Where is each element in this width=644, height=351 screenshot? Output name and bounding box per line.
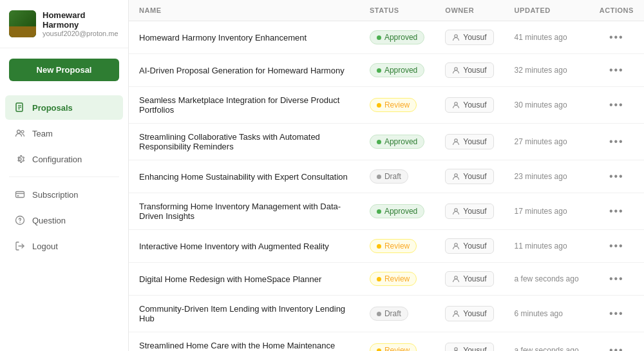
proposal-name-cell: Community-Driven Item Lending with Inven… xyxy=(129,296,359,332)
actions-cell: ••• xyxy=(589,124,644,160)
user-icon xyxy=(452,310,460,318)
status-cell: Approved xyxy=(359,124,435,160)
status-dot-icon xyxy=(377,348,381,352)
proposal-name: Seamless Marketplace Integration for Div… xyxy=(139,95,339,115)
status-cell: Draft xyxy=(359,160,435,193)
user-icon xyxy=(452,138,460,146)
status-badge: Review xyxy=(370,239,417,253)
avatar xyxy=(9,10,36,37)
actions-cell: ••• xyxy=(589,87,644,124)
status-badge: Approved xyxy=(370,204,424,218)
updated-cell: 23 minutes ago xyxy=(504,160,589,193)
status-cell: Approved xyxy=(359,193,435,230)
svg-point-20 xyxy=(455,311,457,314)
proposal-name-cell: Digital Home Redesign with HomeSpace Pla… xyxy=(129,263,359,296)
sidebar-item-subscription[interactable]: Subscription xyxy=(5,182,123,207)
more-actions-button[interactable]: ••• xyxy=(605,204,628,218)
sidebar-item-logout[interactable]: Logout xyxy=(5,234,123,258)
sidebar-item-proposals[interactable]: Proposals xyxy=(5,95,123,120)
status-cell: Review xyxy=(359,87,435,124)
sidebar-item-proposals-label: Proposals xyxy=(32,103,73,113)
svg-point-21 xyxy=(455,348,457,350)
sidebar-item-logout-label: Logout xyxy=(32,242,58,251)
user-icon xyxy=(452,242,460,250)
sidebar: Homeward Harmony yousuf2020@proton.me Ne… xyxy=(0,0,129,351)
proposals-table-container: NAME STATUS OWNER UPDATED ACTIONS Homewa… xyxy=(129,0,644,351)
status-cell: Review xyxy=(359,263,435,296)
proposal-name: Streamlining Collaborative Tasks with Au… xyxy=(139,132,320,151)
more-actions-button[interactable]: ••• xyxy=(605,307,628,321)
question-icon xyxy=(14,214,26,226)
proposal-name-cell: Transforming Home Inventory Management w… xyxy=(129,193,359,230)
updated-cell: 30 minutes ago xyxy=(504,87,589,124)
owner-cell: Yousuf xyxy=(435,230,504,263)
proposal-name: Homeward Harmony Inventory Enhancement xyxy=(139,33,307,43)
status-badge: Draft xyxy=(370,307,408,321)
sidebar-item-question[interactable]: Question xyxy=(5,208,123,232)
svg-point-14 xyxy=(455,102,457,105)
sidebar-nav: Proposals Team Configuration xyxy=(0,91,128,351)
updated-cell: 17 minutes ago xyxy=(504,193,589,230)
proposal-name: Transforming Home Inventory Management w… xyxy=(139,202,341,221)
more-actions-button[interactable]: ••• xyxy=(605,239,628,253)
table-row: Digital Home Redesign with HomeSpace Pla… xyxy=(129,263,644,296)
svg-point-13 xyxy=(455,68,457,70)
svg-point-16 xyxy=(455,174,457,176)
proposal-name: Streamlined Home Care with the Home Main… xyxy=(139,341,335,351)
table-row: Enhancing Home Sustainability with Exper… xyxy=(129,160,644,193)
main-content: NAME STATUS OWNER UPDATED ACTIONS Homewa… xyxy=(129,0,644,351)
more-actions-button[interactable]: ••• xyxy=(605,63,628,77)
more-actions-button[interactable]: ••• xyxy=(605,98,628,112)
more-actions-button[interactable]: ••• xyxy=(605,169,628,184)
team-icon xyxy=(14,128,26,139)
user-name: Homeward Harmony xyxy=(43,10,119,30)
proposal-name: Community-Driven Item Lending with Inven… xyxy=(139,304,345,323)
new-proposal-button[interactable]: New Proposal xyxy=(9,59,119,81)
subscription-icon xyxy=(14,189,26,200)
sidebar-item-configuration[interactable]: Configuration xyxy=(5,147,123,171)
proposal-name-cell: AI-Driven Proposal Generation for Homewa… xyxy=(129,54,359,87)
more-actions-button[interactable]: ••• xyxy=(605,272,628,286)
actions-cell: ••• xyxy=(589,332,644,352)
proposal-name: Interactive Home Inventory with Augmente… xyxy=(139,242,329,251)
proposal-name-cell: Interactive Home Inventory with Augmente… xyxy=(129,230,359,263)
config-icon xyxy=(14,153,26,165)
sidebar-item-team[interactable]: Team xyxy=(5,121,123,146)
table-row: Streamlined Home Care with the Home Main… xyxy=(129,332,644,352)
owner-cell: Yousuf xyxy=(435,332,504,352)
table-row: Seamless Marketplace Integration for Div… xyxy=(129,87,644,124)
owner-cell: Yousuf xyxy=(435,124,504,160)
more-actions-button[interactable]: ••• xyxy=(605,30,628,44)
actions-cell: ••• xyxy=(589,54,644,87)
proposal-name-cell: Homeward Harmony Inventory Enhancement xyxy=(129,21,359,54)
status-cell: Review xyxy=(359,230,435,263)
table-row: Homeward Harmony Inventory Enhancement A… xyxy=(129,21,644,54)
status-badge: Approved xyxy=(370,30,424,44)
table-row: Streamlining Collaborative Tasks with Au… xyxy=(129,124,644,160)
status-dot-icon xyxy=(377,68,381,73)
svg-rect-6 xyxy=(16,192,24,198)
user-email: yousuf2020@proton.me xyxy=(43,30,119,37)
status-dot-icon xyxy=(377,175,381,179)
user-icon xyxy=(452,275,460,283)
owner-badge: Yousuf xyxy=(445,30,493,45)
more-actions-button[interactable]: ••• xyxy=(605,135,628,149)
actions-cell: ••• xyxy=(589,263,644,296)
status-dot-icon xyxy=(377,277,381,281)
more-actions-button[interactable]: ••• xyxy=(605,343,628,351)
col-updated: UPDATED xyxy=(504,0,589,21)
owner-cell: Yousuf xyxy=(435,21,504,54)
user-icon xyxy=(452,66,460,74)
proposal-name-cell: Enhancing Home Sustainability with Exper… xyxy=(129,160,359,193)
updated-cell: a few seconds ago xyxy=(504,332,589,352)
proposal-name-cell: Seamless Marketplace Integration for Div… xyxy=(129,87,359,124)
sidebar-item-subscription-label: Subscription xyxy=(32,190,79,200)
col-status: STATUS xyxy=(359,0,435,21)
svg-point-4 xyxy=(17,130,21,133)
updated-cell: 11 minutes ago xyxy=(504,230,589,263)
user-section: Homeward Harmony yousuf2020@proton.me xyxy=(0,0,128,48)
table-row: Community-Driven Item Lending with Inven… xyxy=(129,296,644,332)
table-row: Interactive Home Inventory with Augmente… xyxy=(129,230,644,263)
svg-point-5 xyxy=(21,131,24,133)
proposal-name: Digital Home Redesign with HomeSpace Pla… xyxy=(139,274,321,284)
